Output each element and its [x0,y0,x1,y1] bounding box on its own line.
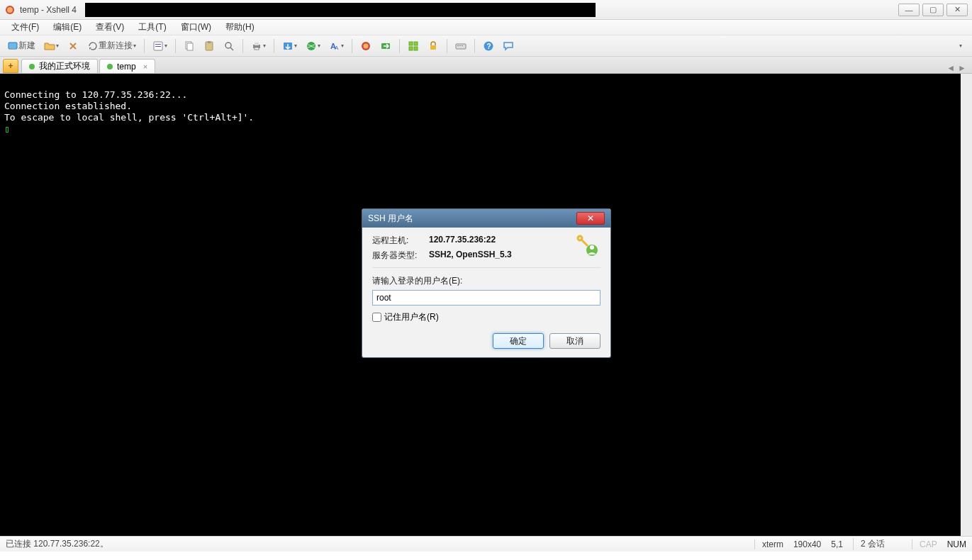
dialog-separator [372,267,600,268]
toolbar-sep [144,39,145,53]
lock-icon [428,40,439,52]
svg-line-12 [230,47,233,50]
tab-my-env[interactable]: 我的正式环境 [21,59,98,73]
reconnect-button[interactable]: 重新连接▾ [84,38,139,54]
speech-icon [503,40,514,52]
dialog-title-bar[interactable]: SSH 用户名 ✕ [362,209,610,228]
terminal-line: Connecting to 120.77.35.236:22... [4,89,187,100]
help-icon: ? [483,40,494,52]
svg-rect-6 [155,46,161,47]
username-prompt: 请输入登录的用户名(E): [372,275,600,287]
feedback-button[interactable] [500,38,517,54]
svg-rect-24 [414,42,418,45]
globe-button[interactable]: ▾ [303,38,323,54]
tab-label: temp [117,62,136,72]
minimize-button[interactable]: — [898,4,920,16]
svg-point-1 [7,7,13,13]
toolbar-overflow[interactable]: ▾ [952,38,968,54]
toolbar-sep [352,39,352,53]
lock-button[interactable] [425,38,442,54]
menu-window[interactable]: 窗口(W) [174,20,218,35]
svg-point-11 [225,43,231,48]
svg-text:?: ? [487,43,491,50]
xftp-icon [380,40,391,52]
keyboard-button[interactable] [452,38,469,54]
disconnect-icon [67,40,79,52]
tab-temp[interactable]: temp × [99,59,155,73]
status-cursor-pos: 5,1 [831,539,843,549]
dialog-title-text: SSH 用户名 [368,213,413,225]
title-bar: temp - Xshell 4 — ▢ ✕ [0,0,972,20]
keyboard-icon [455,40,467,52]
title-overlay-band [85,3,596,17]
username-input[interactable] [372,290,600,306]
svg-rect-3 [10,48,16,50]
find-button[interactable] [220,38,238,54]
ssh-username-dialog: SSH 用户名 ✕ 远程主机: 120.77.35.236:22 服务器类型: … [362,208,611,358]
toolbar: 新建 ▾ 重新连接▾ ▾ ▾ ▾ ▾ AA▾ ? ▾ [0,35,972,57]
status-sessions: 2 会话 [853,538,885,550]
font-icon: AA [329,40,340,52]
toolbar-sep [175,39,176,53]
toolbar-sep [399,39,400,53]
remember-checkbox[interactable] [372,313,381,322]
app-icon [4,4,16,16]
properties-icon [152,40,164,52]
add-tab-button[interactable]: + [3,59,18,73]
cancel-button[interactable]: 取消 [549,333,600,349]
menu-file[interactable]: 文件(F) [4,20,46,35]
folder-open-icon [44,40,55,52]
new-label: 新建 [18,40,35,52]
tile-button[interactable] [405,38,422,54]
svg-rect-29 [457,45,459,46]
disconnect-button[interactable] [65,38,82,54]
reconnect-label: 重新连接 [99,40,133,52]
menu-edit[interactable]: 编辑(E) [46,20,89,35]
toolbar-sep [474,39,475,53]
svg-rect-27 [430,45,436,50]
svg-rect-10 [208,41,211,43]
menu-tool[interactable]: 工具(T) [131,20,173,35]
print-button[interactable]: ▾ [248,38,269,54]
transfer-button[interactable]: ▾ [279,38,300,54]
tile-icon [408,40,419,52]
new-button[interactable]: 新建 [4,38,38,54]
menu-help[interactable]: 帮助(H) [218,20,262,35]
close-button[interactable]: ✕ [946,4,968,16]
server-type-label: 服务器类型: [372,250,429,262]
svg-rect-30 [459,45,461,46]
terminal-scrollbar[interactable] [961,74,972,536]
tab-scroll-left[interactable]: ◄ [946,63,955,73]
toolbar-sep [447,39,447,53]
remember-label: 记住用户名(R) [384,311,439,323]
tab-scroll-right[interactable]: ► [958,63,966,73]
menu-bar: 文件(F) 编辑(E) 查看(V) 工具(T) 窗口(W) 帮助(H) [0,20,972,35]
terminal-cursor: ▯ [4,123,10,134]
svg-rect-31 [462,45,463,46]
transfer-icon [282,40,294,52]
menu-view[interactable]: 查看(V) [89,20,131,35]
paste-button[interactable] [201,38,218,54]
new-session-icon [7,40,18,52]
maximize-button[interactable]: ▢ [922,4,944,16]
font-button[interactable]: AA▾ [326,38,347,54]
xshell-button[interactable] [357,38,374,54]
xftp-button[interactable] [377,38,394,54]
dialog-close-button[interactable]: ✕ [576,212,605,225]
open-button[interactable]: ▾ [41,38,62,54]
svg-point-36 [578,236,582,240]
printer-icon [251,40,262,52]
server-type-value: SSH2, OpenSSH_5.3 [429,250,512,262]
reconnect-icon [87,40,99,52]
help-button[interactable]: ? [480,38,497,54]
status-dot-icon [107,64,113,69]
tab-scroll-arrows: ◄ ► [946,63,969,73]
svg-rect-15 [255,47,259,50]
ok-button[interactable]: 确定 [493,333,544,349]
properties-button[interactable]: ▾ [150,38,170,54]
svg-text:A: A [335,45,339,51]
svg-rect-25 [409,47,413,50]
tab-close-icon[interactable]: × [143,62,147,71]
toolbar-sep [274,39,274,53]
copy-button[interactable] [181,38,198,54]
